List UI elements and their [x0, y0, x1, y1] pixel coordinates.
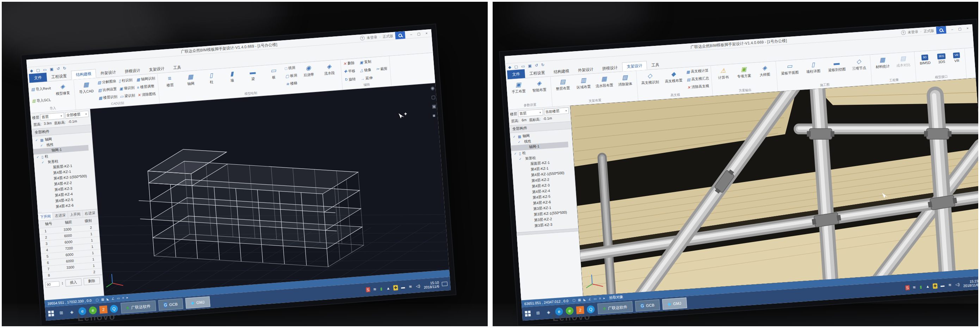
taskbar-app-button[interactable]: ♣广联达软件 [597, 301, 633, 314]
stair-button[interactable]: ≋楼梯 [285, 81, 299, 87]
hsm-calc-button[interactable]: ▦高支模计算 [685, 68, 709, 75]
ribbon-tab[interactable]: 外架设计 [573, 65, 598, 75]
taskbar-app-button[interactable]: GGCB [635, 299, 660, 312]
quick-access-icon[interactable]: ▢ [514, 64, 518, 69]
clock[interactable]: 15:10 2018/11/6 [423, 280, 439, 290]
taskbar-app-icon[interactable]: ⊞ [57, 309, 65, 317]
trim-button[interactable]: ✂裁剪 [375, 66, 388, 72]
import-revit-button[interactable]: ▤导入Revit [30, 86, 52, 92]
column-recognize-button[interactable]: ▯柱识别 [118, 77, 135, 83]
ribbon-tab[interactable]: 结构建模 [549, 67, 573, 77]
status-toggle-icon[interactable]: ▦ [578, 298, 581, 302]
tree-scrollbar[interactable] [38, 211, 41, 213]
ribbon-tab[interactable]: 文件 [507, 69, 525, 79]
restore-button[interactable]: ▢ [415, 32, 423, 36]
bim5d-button[interactable]: 5DBIM5D [916, 51, 933, 65]
whole-floor-layout-button[interactable]: ▤整层布置 [552, 76, 573, 92]
clock[interactable]: 15:23 2018/11/6 [963, 279, 978, 288]
tray-icon[interactable]: S [905, 285, 909, 290]
rotate-button[interactable]: ↻旋转 [344, 77, 356, 83]
tray-icon[interactable]: ▮ [919, 284, 923, 290]
status-toggle-icon[interactable]: ◣ [583, 298, 586, 301]
move-button[interactable]: ✚平移 [343, 69, 356, 74]
floor-recognize-button[interactable]: ▩楼层识别 [98, 94, 118, 101]
status-toggle-icon[interactable]: ≡ [599, 297, 601, 300]
node-3d-button[interactable]: ◇三维节点 [848, 56, 869, 72]
login-status[interactable]: 未登录 [907, 29, 918, 35]
quick-access-icon[interactable]: ↻ [541, 62, 544, 67]
axis-button[interactable]: ▦轴网 [180, 71, 201, 87]
tray-icon[interactable]: ✚ [393, 285, 398, 291]
hsm-clear-button[interactable]: ✕清除高支模 [686, 83, 710, 90]
taskbar-app-icon[interactable]: ◈ [544, 308, 552, 316]
login-status[interactable]: 未登录 [366, 35, 377, 40]
help-icon[interactable]: ? [360, 36, 365, 40]
start-button[interactable] [48, 310, 54, 317]
slab-plan-button[interactable]: ▭梁板平面图 [778, 60, 801, 76]
taskbar-app-icon[interactable]: ◈ [68, 308, 76, 316]
taskbar-app-button[interactable]: ◆GMJ [662, 298, 686, 310]
quick-access-icon[interactable]: ▣ [528, 63, 531, 68]
import-cad-button[interactable]: ▦导入CAD [76, 79, 97, 95]
taskbar-app-button[interactable]: ◆GMJ [185, 296, 210, 309]
status-toggle-icon[interactable]: ◣ [107, 297, 109, 301]
close-button[interactable]: × [423, 31, 431, 36]
quick-access-icon[interactable]: ▭ [43, 67, 46, 72]
tray-icon[interactable]: ◁) [954, 282, 960, 287]
status-toggle-icon[interactable]: ▢ [95, 298, 99, 302]
search-button[interactable] [395, 31, 405, 39]
quick-access-icon[interactable]: ▢ [36, 68, 40, 73]
tray-icon[interactable]: ✚ [932, 283, 937, 289]
ribbon-tab[interactable]: 支架设计 [622, 61, 647, 72]
import-gcl-button[interactable]: ▥导入GCL [31, 98, 52, 104]
delete-button[interactable]: ✕删除 [342, 61, 356, 67]
column-button[interactable]: ▯柱 [201, 69, 222, 85]
tray-icon[interactable]: ▲ [385, 286, 391, 291]
beam-button[interactable]: ▬梁 [242, 66, 263, 82]
wall-col-detail-button[interactable]: ▯墙柱详图 [801, 59, 825, 74]
wall-recognize-button[interactable]: ▣墙识别 [118, 85, 135, 91]
tray-icon[interactable]: ≋ [947, 282, 952, 288]
restore-button[interactable]: ▢ [956, 26, 964, 31]
view-tool-icon[interactable]: ▢ [431, 94, 436, 100]
flow-segment-button[interactable]: ◈流水段 [318, 61, 339, 77]
3ds-button[interactable]: 3DS3DS [934, 50, 949, 64]
ribbon-tab[interactable]: 工程设置 [525, 69, 549, 78]
taskbar-app-icon[interactable]: ⊞ [533, 309, 542, 317]
flow-segment-layout-button[interactable]: ▦流水段布置 [594, 73, 614, 89]
tray-icon[interactable]: ≋ [912, 285, 916, 290]
quick-access-icon[interactable]: ▭ [521, 64, 525, 69]
status-toggle-icon[interactable]: ∠ [111, 297, 115, 301]
status-toggle-icon[interactable]: ▦ [101, 298, 104, 302]
tray-icon[interactable]: ≋ [408, 283, 413, 289]
ribbon-tab[interactable]: 文件 [29, 73, 47, 83]
insert-button[interactable]: 插入 [65, 278, 82, 286]
status-toggle-icon[interactable]: ▸ [603, 296, 605, 300]
hsm-recognize-button[interactable]: ◇高支模识别 [638, 70, 662, 86]
close-button[interactable]: × [963, 26, 972, 30]
slab-hole-button[interactable]: ▢板洞 [285, 73, 298, 79]
detail-drawing-button[interactable]: ◈大样图 [754, 62, 775, 78]
model-viewport[interactable]: ◉▢▣■ [90, 83, 449, 296]
status-toggle-icon[interactable]: ∠ [588, 297, 591, 301]
taskbar-app-button[interactable]: GGCB [158, 298, 183, 311]
hsm-summary-button[interactable]: ▤高支模汇总 [686, 76, 710, 83]
status-toggle-icon[interactable]: ▭ [117, 296, 120, 300]
minimize-button[interactable]: – [948, 27, 956, 31]
model-viewport[interactable] [570, 78, 978, 296]
taskbar-app-button[interactable]: ♣广联达软件 [121, 301, 156, 314]
tray-icon[interactable]: ▬ [400, 284, 406, 290]
ribbon-tab[interactable]: 拼模设计 [598, 64, 622, 74]
tray-icon[interactable]: ▬ [939, 283, 945, 288]
material-stat-button[interactable]: ▦材料统计 [872, 54, 892, 70]
pour-band-button[interactable]: ◉后浇带 [298, 62, 319, 78]
view-tool-icon[interactable]: ■ [433, 112, 437, 118]
axis-recognize-button[interactable]: ▦轴网识别 [135, 76, 156, 82]
clear-frame-button[interactable]: ▧清除架体 [614, 72, 635, 88]
ribbon-tab[interactable]: 工具 [169, 63, 186, 72]
smart-layout-button[interactable]: ◈智能布置 [528, 78, 549, 93]
model-repair-button[interactable]: ◈模型修复 [52, 81, 73, 97]
stepper-icons[interactable]: ▲▼ [61, 282, 64, 285]
angle-input[interactable] [45, 281, 60, 288]
delete-row-button[interactable]: 删除 [84, 277, 100, 285]
